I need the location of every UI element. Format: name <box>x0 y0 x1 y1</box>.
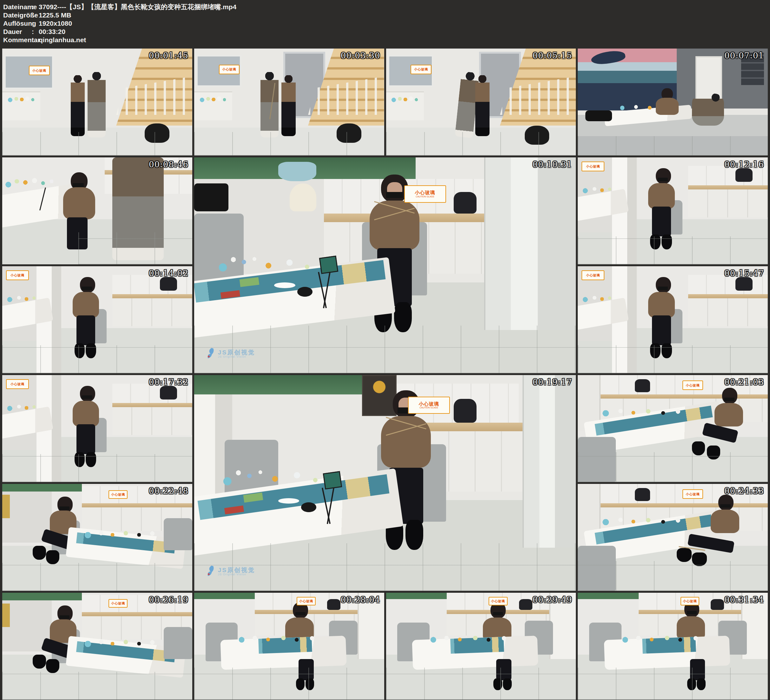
tape-gag <box>82 287 92 290</box>
green-wall-band <box>578 593 639 599</box>
video-frame-tile[interactable]: 小心玻璃 00:03:30 <box>194 49 384 156</box>
video-frame-tile[interactable]: 00:07:01 <box>578 49 768 156</box>
under-counter-cabinets <box>112 298 192 326</box>
items-on-table <box>74 527 170 541</box>
kettle <box>454 399 477 423</box>
caution-sign-text: 小心玻璃 <box>222 68 236 71</box>
caution-sign: 小心玻璃 <box>219 65 240 74</box>
caution-sign-subtext: CAUTION GLASS <box>416 196 434 198</box>
watermark: JS原创视觉 JS Original Vision <box>205 347 255 360</box>
counter-top <box>82 503 192 507</box>
items-on-table <box>578 183 620 196</box>
thumbnail-image: 小心玻璃 <box>578 593 768 700</box>
frame-timestamp: 00:14:02 <box>149 269 188 278</box>
thumbnail-image: 小心玻璃 <box>386 593 576 700</box>
caution-sign: 小心玻璃 <box>683 381 704 390</box>
frame-timestamp: 00:22:48 <box>149 486 188 496</box>
caution-sign: 小心玻璃 <box>489 597 508 606</box>
floor-tiles <box>78 232 192 264</box>
table-lamp <box>290 183 316 211</box>
caution-sign-text: 小心玻璃 <box>415 190 435 196</box>
boot <box>33 655 46 669</box>
video-frame-tile[interactable]: 小心玻璃 00:26:19 <box>2 593 192 700</box>
white-plate <box>274 282 295 288</box>
frame-timestamp: 00:28:04 <box>341 595 380 604</box>
video-frame-tile[interactable]: 小心玻璃 00:12:16 <box>578 157 768 264</box>
boot <box>677 548 692 562</box>
frame-timestamp: 00:05:15 <box>532 51 572 60</box>
floor-tiles <box>578 561 768 591</box>
items-on-table <box>202 461 385 491</box>
green-wall-band <box>2 484 82 491</box>
kettle <box>635 379 650 392</box>
boot <box>46 659 59 673</box>
tape-gag <box>658 178 668 181</box>
gold-decor <box>2 604 10 627</box>
green-wall-band <box>194 593 255 599</box>
caution-sign: 小心玻璃 CAUTION GLASS <box>404 185 446 203</box>
video-frame-tile[interactable]: 小心玻璃 00:05:15 <box>386 49 576 156</box>
video-frame-tile[interactable]: 小心玻璃 00:22:48 <box>2 484 192 591</box>
frame-timestamp: 00:08:46 <box>149 160 188 169</box>
woman-torso <box>656 98 679 115</box>
video-frame-tile[interactable]: 小心玻璃 00:24:33 <box>578 484 768 591</box>
field-label: Kommentar <box>3 36 32 44</box>
field-label: Dateigröße <box>3 11 32 19</box>
duration-value: 00:33:20 <box>39 28 65 36</box>
items-on-table <box>593 514 699 528</box>
items-on-table <box>420 632 530 645</box>
floor-tiles <box>2 672 192 700</box>
woman-head <box>656 277 671 293</box>
boot <box>33 546 46 560</box>
bottles-on-table <box>6 94 40 104</box>
person-woman <box>281 75 296 136</box>
caution-sign-text: 小心玻璃 <box>686 384 700 387</box>
video-frame-tile[interactable]: 00:08:46 <box>2 157 192 264</box>
floor-tiles <box>386 668 576 700</box>
caution-sign-text: 小心玻璃 <box>586 165 600 168</box>
phone-on-tripod <box>323 471 342 489</box>
watermark-text: JS原创视觉 JS Original Vision <box>218 349 255 358</box>
counter-top <box>600 394 768 399</box>
caution-sign: 小心玻璃 CAUTION GLASS <box>408 397 450 414</box>
woman-torso <box>648 183 675 209</box>
video-frame-tile[interactable]: 小心玻璃 00:31:34 <box>578 593 768 700</box>
thumbnail-grid: 小心玻璃 00:01:45 小心玻璃 <box>0 46 770 700</box>
floor-tiles <box>2 454 192 482</box>
video-frame-tile[interactable]: 小心玻璃 00:01:45 <box>2 49 192 156</box>
caution-sign-subtext: CAUTION GLASS <box>420 407 438 409</box>
gold-decor <box>2 495 10 518</box>
floor-tiles <box>2 563 192 591</box>
caution-sign: 小心玻璃 <box>29 66 50 75</box>
video-frame-tile[interactable]: 小心玻璃 00:14:02 <box>2 266 192 373</box>
video-frame-tile[interactable]: 小心玻璃 00:29:49 <box>386 593 576 700</box>
video-frame-tile[interactable]: 小心玻璃 CAUTION GLASS <box>194 157 576 373</box>
floor-tiles <box>578 345 768 373</box>
video-frame-tile[interactable]: 小心玻璃 00:28:04 <box>194 593 384 700</box>
video-frame-tile[interactable]: 小心玻璃 CAUTION GLASS <box>194 375 576 591</box>
caution-sign: 小心玻璃 <box>6 379 29 389</box>
boot <box>46 550 59 564</box>
caution-sign: 小心玻璃 <box>297 597 316 606</box>
tape-gag <box>59 506 70 510</box>
thumbnail-image: 小心玻璃 <box>386 49 576 156</box>
caution-sign-text: 小心玻璃 <box>10 382 24 386</box>
frame-timestamp: 00:03:30 <box>341 51 380 60</box>
video-frame-tile[interactable]: 小心玻璃 00:15:47 <box>578 266 768 373</box>
caution-sign: 小心玻璃 <box>411 65 432 74</box>
thumbnail-image: 小心玻璃 <box>2 49 192 156</box>
video-frame-tile[interactable]: 小心玻璃 00:17:32 <box>2 375 192 482</box>
person-man <box>260 72 278 138</box>
woman-torso <box>711 510 739 533</box>
caution-sign: 小心玻璃 <box>681 597 700 606</box>
floor-tiles <box>578 237 768 264</box>
counter-top <box>688 294 768 298</box>
woman-torso <box>715 403 743 426</box>
counter-top <box>600 503 768 507</box>
field-label: Auflösung <box>3 19 32 28</box>
person-woman <box>71 75 85 136</box>
counter-top <box>82 612 192 616</box>
video-frame-tile[interactable]: 小心玻璃 00:21:03 <box>578 375 768 482</box>
caution-sign-text: 小心玻璃 <box>299 600 313 603</box>
woman-head <box>722 388 737 404</box>
